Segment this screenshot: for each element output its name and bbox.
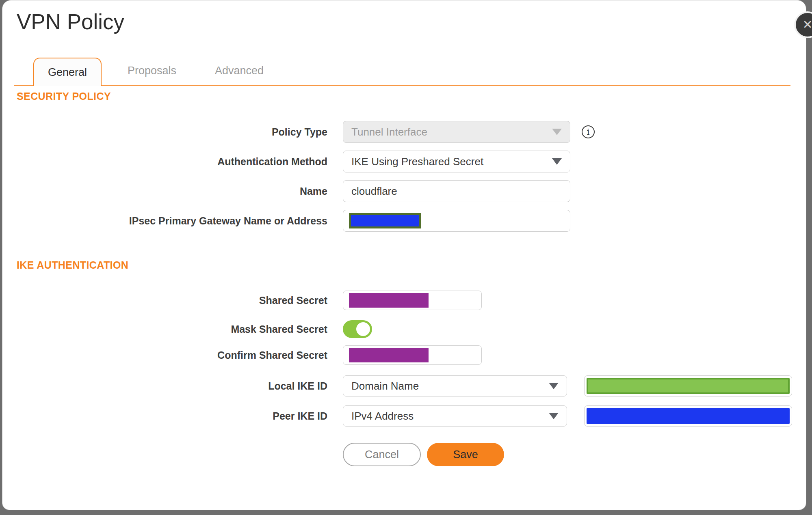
local-ike-id-label: Local IKE ID <box>2 380 327 392</box>
local-ike-id-value-input[interactable] <box>584 375 792 396</box>
section-security-policy: SECURITY POLICY <box>17 91 111 102</box>
authentication-method-row: Authentication Method IKE Using Preshare… <box>2 151 570 172</box>
local-ike-id-redaction <box>587 378 790 394</box>
name-label: Name <box>2 185 327 197</box>
page-title: VPN Policy <box>17 9 124 34</box>
confirm-shared-secret-redaction <box>349 348 429 362</box>
tab-underline <box>14 85 790 86</box>
vpn-policy-dialog: VPN Policy General Proposals Advanced SE… <box>2 0 806 510</box>
chevron-down-icon <box>552 129 562 135</box>
tab-advanced[interactable]: Advanced <box>212 65 267 77</box>
cancel-button[interactable]: Cancel <box>343 443 421 466</box>
tab-proposals[interactable]: Proposals <box>124 65 180 77</box>
gateway-label: IPsec Primary Gateway Name or Address <box>2 215 327 227</box>
info-icon[interactable]: i <box>582 125 595 138</box>
peer-ike-id-label: Peer IKE ID <box>2 410 327 422</box>
modal-overlay: VPN Policy General Proposals Advanced SE… <box>0 0 812 515</box>
name-input[interactable] <box>343 180 570 202</box>
local-ike-id-type-value: Domain Name <box>351 380 419 392</box>
tab-general-label: General <box>48 66 87 79</box>
confirm-shared-secret-row: Confirm Shared Secret <box>2 345 482 365</box>
authentication-method-label: Authentication Method <box>2 156 327 168</box>
chevron-down-icon <box>552 158 562 165</box>
gateway-input[interactable] <box>343 210 570 232</box>
policy-type-row: Policy Type Tunnel Interface <box>2 121 570 143</box>
policy-type-label: Policy Type <box>2 126 327 138</box>
save-button[interactable]: Save <box>427 443 504 466</box>
gateway-row: IPsec Primary Gateway Name or Address <box>2 210 570 232</box>
peer-ike-id-redaction <box>587 408 790 424</box>
shared-secret-input[interactable] <box>343 291 482 310</box>
chevron-down-icon <box>549 383 559 389</box>
policy-type-value: Tunnel Interface <box>351 126 427 138</box>
shared-secret-row: Shared Secret <box>2 291 482 310</box>
confirm-shared-secret-input[interactable] <box>343 345 482 365</box>
mask-shared-secret-row: Mask Shared Secret <box>2 320 372 338</box>
policy-type-select[interactable]: Tunnel Interface <box>343 121 570 143</box>
mask-shared-secret-toggle[interactable] <box>343 320 372 338</box>
shared-secret-label: Shared Secret <box>2 295 327 306</box>
gateway-redaction <box>349 213 421 228</box>
mask-shared-secret-label: Mask Shared Secret <box>2 323 327 335</box>
authentication-method-select[interactable]: IKE Using Preshared Secret <box>343 151 570 172</box>
confirm-shared-secret-label: Confirm Shared Secret <box>2 349 327 361</box>
toggle-knob <box>356 322 370 336</box>
chevron-down-icon <box>549 413 559 419</box>
local-ike-id-type-select[interactable]: Domain Name <box>343 375 567 396</box>
shared-secret-redaction <box>349 293 429 308</box>
local-ike-id-row: Local IKE ID Domain Name <box>2 375 567 396</box>
section-ike-authentication: IKE AUTHENTICATION <box>17 259 128 271</box>
tab-general[interactable]: General <box>33 58 102 86</box>
peer-ike-id-row: Peer IKE ID IPv4 Address <box>2 405 567 427</box>
peer-ike-id-type-select[interactable]: IPv4 Address <box>343 405 567 427</box>
authentication-method-value: IKE Using Preshared Secret <box>351 155 483 168</box>
peer-ike-id-value-input[interactable] <box>584 405 792 427</box>
close-icon: ✕ <box>802 19 812 31</box>
name-row: Name <box>2 180 570 202</box>
peer-ike-id-type-value: IPv4 Address <box>351 410 414 422</box>
